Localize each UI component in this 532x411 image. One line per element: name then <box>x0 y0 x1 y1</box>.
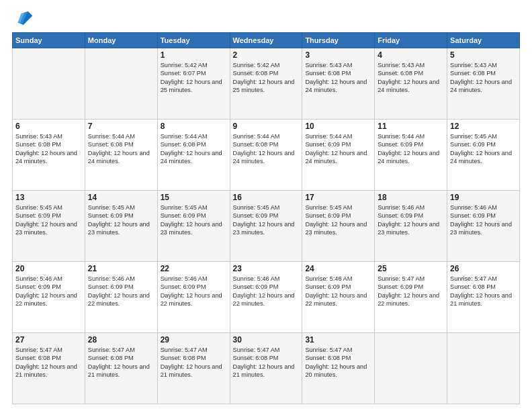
day-number: 20 <box>15 264 82 273</box>
calendar-table: SundayMondayTuesdayWednesdayThursdayFrid… <box>12 32 520 404</box>
day-number: 16 <box>233 193 300 202</box>
day-info: Sunrise: 5:46 AM Sunset: 6:09 PM Dayligh… <box>450 203 517 237</box>
day-number: 2 <box>233 50 300 60</box>
day-number: 5 <box>450 50 517 60</box>
day-cell: 5Sunrise: 5:43 AM Sunset: 6:08 PM Daylig… <box>447 48 520 120</box>
day-number: 24 <box>305 264 371 273</box>
week-row-2: 13Sunrise: 5:45 AM Sunset: 6:09 PM Dayli… <box>13 191 520 262</box>
day-cell: 20Sunrise: 5:46 AM Sunset: 6:09 PM Dayli… <box>13 262 85 333</box>
day-cell: 2Sunrise: 5:42 AM Sunset: 6:08 PM Daylig… <box>230 48 302 120</box>
header-cell-saturday: Saturday <box>447 33 520 48</box>
day-info: Sunrise: 5:43 AM Sunset: 6:08 PM Dayligh… <box>378 61 444 95</box>
header <box>12 7 520 28</box>
day-info: Sunrise: 5:44 AM Sunset: 6:08 PM Dayligh… <box>88 132 154 166</box>
day-number: 28 <box>88 335 154 345</box>
week-row-0: 1Sunrise: 5:42 AM Sunset: 6:07 PM Daylig… <box>13 48 520 120</box>
day-info: Sunrise: 5:43 AM Sunset: 6:08 PM Dayligh… <box>305 61 371 95</box>
calendar-body: 1Sunrise: 5:42 AM Sunset: 6:07 PM Daylig… <box>13 48 520 404</box>
day-info: Sunrise: 5:42 AM Sunset: 6:07 PM Dayligh… <box>161 61 227 95</box>
day-number: 30 <box>233 335 300 345</box>
day-info: Sunrise: 5:45 AM Sunset: 6:09 PM Dayligh… <box>305 203 371 237</box>
day-cell <box>447 333 520 404</box>
day-number: 12 <box>450 122 517 131</box>
day-number: 22 <box>161 264 227 273</box>
day-info: Sunrise: 5:45 AM Sunset: 6:09 PM Dayligh… <box>161 203 227 237</box>
day-cell: 7Sunrise: 5:44 AM Sunset: 6:08 PM Daylig… <box>85 120 157 191</box>
calendar-header: SundayMondayTuesdayWednesdayThursdayFrid… <box>13 33 520 48</box>
day-number: 27 <box>15 335 82 345</box>
day-number: 26 <box>450 264 517 273</box>
day-cell: 3Sunrise: 5:43 AM Sunset: 6:08 PM Daylig… <box>302 48 375 120</box>
day-info: Sunrise: 5:45 AM Sunset: 6:09 PM Dayligh… <box>233 203 300 237</box>
day-number: 13 <box>15 193 82 202</box>
day-cell: 22Sunrise: 5:46 AM Sunset: 6:09 PM Dayli… <box>157 262 230 333</box>
day-info: Sunrise: 5:46 AM Sunset: 6:09 PM Dayligh… <box>305 275 371 308</box>
day-cell: 26Sunrise: 5:47 AM Sunset: 6:08 PM Dayli… <box>447 262 520 333</box>
day-number: 21 <box>88 264 154 273</box>
day-info: Sunrise: 5:45 AM Sunset: 6:09 PM Dayligh… <box>15 203 82 237</box>
day-cell: 15Sunrise: 5:45 AM Sunset: 6:09 PM Dayli… <box>157 191 230 262</box>
week-row-1: 6Sunrise: 5:43 AM Sunset: 6:08 PM Daylig… <box>13 120 520 191</box>
day-number: 9 <box>233 122 300 131</box>
day-number: 4 <box>378 50 444 60</box>
day-info: Sunrise: 5:47 AM Sunset: 6:09 PM Dayligh… <box>378 275 444 308</box>
day-number: 8 <box>161 122 227 131</box>
day-info: Sunrise: 5:44 AM Sunset: 6:08 PM Dayligh… <box>161 132 227 166</box>
header-row: SundayMondayTuesdayWednesdayThursdayFrid… <box>13 33 520 48</box>
logo-icon <box>12 7 34 28</box>
day-cell: 14Sunrise: 5:45 AM Sunset: 6:09 PM Dayli… <box>85 191 157 262</box>
day-cell: 28Sunrise: 5:47 AM Sunset: 6:08 PM Dayli… <box>85 333 157 404</box>
day-number: 3 <box>305 50 371 60</box>
day-number: 19 <box>450 193 517 202</box>
day-cell: 23Sunrise: 5:46 AM Sunset: 6:09 PM Dayli… <box>230 262 302 333</box>
day-number: 15 <box>161 193 227 202</box>
day-info: Sunrise: 5:42 AM Sunset: 6:08 PM Dayligh… <box>233 61 300 95</box>
day-info: Sunrise: 5:47 AM Sunset: 6:08 PM Dayligh… <box>305 346 371 379</box>
day-cell <box>375 333 447 404</box>
day-cell: 12Sunrise: 5:45 AM Sunset: 6:09 PM Dayli… <box>447 120 520 191</box>
header-cell-tuesday: Tuesday <box>157 33 230 48</box>
logo <box>12 7 36 28</box>
day-number: 7 <box>88 122 154 131</box>
day-cell: 21Sunrise: 5:46 AM Sunset: 6:09 PM Dayli… <box>85 262 157 333</box>
page: SundayMondayTuesdayWednesdayThursdayFrid… <box>0 0 532 411</box>
day-info: Sunrise: 5:43 AM Sunset: 6:08 PM Dayligh… <box>15 132 82 166</box>
day-info: Sunrise: 5:46 AM Sunset: 6:09 PM Dayligh… <box>15 275 82 308</box>
day-info: Sunrise: 5:44 AM Sunset: 6:08 PM Dayligh… <box>233 132 300 166</box>
day-number: 14 <box>88 193 154 202</box>
header-cell-wednesday: Wednesday <box>230 33 302 48</box>
day-cell: 11Sunrise: 5:44 AM Sunset: 6:09 PM Dayli… <box>375 120 447 191</box>
header-cell-sunday: Sunday <box>13 33 85 48</box>
day-number: 11 <box>378 122 444 131</box>
day-info: Sunrise: 5:46 AM Sunset: 6:09 PM Dayligh… <box>378 203 444 237</box>
day-info: Sunrise: 5:46 AM Sunset: 6:09 PM Dayligh… <box>233 275 300 308</box>
day-info: Sunrise: 5:47 AM Sunset: 6:08 PM Dayligh… <box>450 275 517 308</box>
header-cell-friday: Friday <box>375 33 447 48</box>
day-number: 10 <box>305 122 371 131</box>
day-info: Sunrise: 5:47 AM Sunset: 6:08 PM Dayligh… <box>233 346 300 379</box>
day-cell <box>13 48 85 120</box>
day-info: Sunrise: 5:47 AM Sunset: 6:08 PM Dayligh… <box>161 346 227 379</box>
day-cell: 27Sunrise: 5:47 AM Sunset: 6:08 PM Dayli… <box>13 333 85 404</box>
day-info: Sunrise: 5:44 AM Sunset: 6:09 PM Dayligh… <box>378 132 444 166</box>
day-cell: 18Sunrise: 5:46 AM Sunset: 6:09 PM Dayli… <box>375 191 447 262</box>
day-info: Sunrise: 5:47 AM Sunset: 6:08 PM Dayligh… <box>15 346 82 379</box>
day-cell: 6Sunrise: 5:43 AM Sunset: 6:08 PM Daylig… <box>13 120 85 191</box>
week-row-4: 27Sunrise: 5:47 AM Sunset: 6:08 PM Dayli… <box>13 333 520 404</box>
day-cell: 1Sunrise: 5:42 AM Sunset: 6:07 PM Daylig… <box>157 48 230 120</box>
day-number: 1 <box>161 50 227 60</box>
day-info: Sunrise: 5:45 AM Sunset: 6:09 PM Dayligh… <box>88 203 154 237</box>
day-cell: 25Sunrise: 5:47 AM Sunset: 6:09 PM Dayli… <box>375 262 447 333</box>
day-cell <box>85 48 157 120</box>
week-row-3: 20Sunrise: 5:46 AM Sunset: 6:09 PM Dayli… <box>13 262 520 333</box>
day-info: Sunrise: 5:46 AM Sunset: 6:09 PM Dayligh… <box>161 275 227 308</box>
day-number: 18 <box>378 193 444 202</box>
day-cell: 4Sunrise: 5:43 AM Sunset: 6:08 PM Daylig… <box>375 48 447 120</box>
day-cell: 19Sunrise: 5:46 AM Sunset: 6:09 PM Dayli… <box>447 191 520 262</box>
day-number: 23 <box>233 264 300 273</box>
header-cell-monday: Monday <box>85 33 157 48</box>
day-cell: 9Sunrise: 5:44 AM Sunset: 6:08 PM Daylig… <box>230 120 302 191</box>
day-number: 25 <box>378 264 444 273</box>
header-cell-thursday: Thursday <box>302 33 375 48</box>
day-cell: 16Sunrise: 5:45 AM Sunset: 6:09 PM Dayli… <box>230 191 302 262</box>
